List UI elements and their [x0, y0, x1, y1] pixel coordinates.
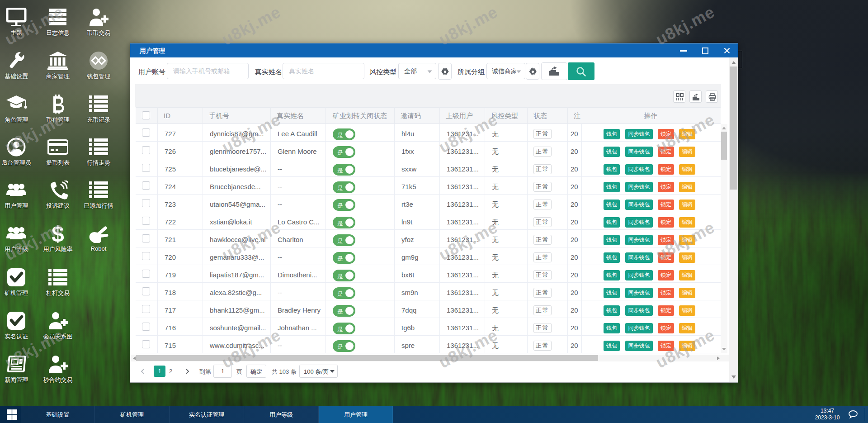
- svg-text:$: $: [52, 224, 64, 243]
